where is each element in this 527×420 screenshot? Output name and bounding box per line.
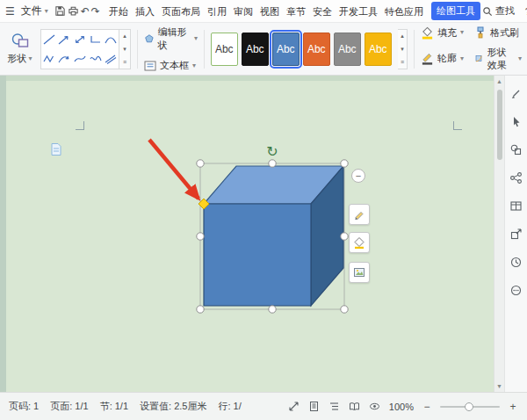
hamburger-menu-icon[interactable]: ☰	[5, 3, 15, 20]
line-style-option[interactable]	[103, 49, 119, 69]
edit-shape-button[interactable]: 编辑形状 ▾	[144, 25, 198, 52]
line-style-option[interactable]	[57, 30, 73, 49]
resize-handle-w[interactable]	[197, 233, 204, 240]
resize-handle-n[interactable]	[269, 160, 276, 167]
save-button[interactable]	[54, 3, 66, 20]
tab-review[interactable]: 审阅	[231, 1, 256, 22]
statusbar: 页码: 1 页面: 1/1 节: 1/1 设置值: 2.5厘米 行: 1/	[0, 392, 527, 420]
resize-handle-e[interactable]	[341, 233, 348, 240]
fill-button[interactable]: 填充 ▾	[421, 26, 464, 40]
find-button[interactable]: 查找	[482, 4, 515, 18]
gallery-scroll-up-icon[interactable]: ▴	[119, 30, 130, 43]
line-style-option[interactable]	[88, 49, 104, 69]
shape-style-gallery: Abc Abc Abc Abc Abc Abc	[211, 33, 392, 66]
resize-handle-ne[interactable]	[341, 160, 348, 167]
outline-button[interactable]: 轮廓 ▾	[421, 46, 464, 72]
zoom-in-button[interactable]: +	[508, 401, 518, 413]
sidebar-export-button[interactable]	[509, 227, 523, 241]
gallery-scroll-down-icon[interactable]: ▾	[398, 42, 407, 55]
undo-button[interactable]: ↶	[81, 3, 90, 20]
shape-style-option-1[interactable]: Abc	[211, 33, 238, 66]
shape-style-option-3-selected[interactable]: Abc	[272, 33, 300, 66]
gallery-more-icon[interactable]: ≡	[119, 55, 130, 69]
sidebar-shapes-button[interactable]	[509, 142, 523, 156]
resize-handle-nw[interactable]	[197, 160, 204, 167]
status-page-count[interactable]: 页面: 1/1	[50, 400, 88, 413]
line-style-option[interactable]	[57, 49, 73, 69]
line-style-option[interactable]	[88, 30, 104, 49]
fill-icon	[421, 26, 434, 40]
tab-home[interactable]: 开始	[106, 1, 131, 22]
tab-special-apps[interactable]: 特色应用	[382, 1, 426, 22]
share-icon	[509, 171, 523, 185]
sidebar-table-button[interactable]	[509, 199, 523, 213]
line-style-option[interactable]	[41, 49, 57, 69]
tab-view[interactable]: 视图	[257, 1, 282, 22]
sidebar-history-button[interactable]	[509, 255, 523, 269]
vertical-scrollbar[interactable]: ▲ ▼	[494, 76, 504, 392]
find-label: 查找	[495, 4, 515, 18]
fullscreen-button[interactable]	[288, 401, 300, 413]
quick-fill-button[interactable]	[349, 232, 370, 253]
zoom-slider-thumb[interactable]	[465, 402, 473, 411]
scrollbar-thumb[interactable]	[497, 90, 502, 160]
zoom-out-button[interactable]: −	[422, 401, 432, 413]
tab-section[interactable]: 章节	[284, 1, 308, 22]
sidebar-select-button[interactable]	[509, 114, 523, 128]
line-style-option[interactable]	[72, 49, 88, 69]
chevron-down-icon: ▾	[460, 55, 464, 62]
help-button[interactable]: ?	[522, 6, 527, 17]
resize-handle-s[interactable]	[269, 306, 276, 313]
quick-picture-button[interactable]	[349, 262, 370, 283]
shapes-button[interactable]: 形状 ▾	[5, 33, 34, 65]
format-painter-icon	[474, 26, 487, 39]
scroll-down-icon[interactable]: ▼	[496, 383, 502, 389]
eye-protection-button[interactable]	[369, 401, 381, 413]
tab-security[interactable]: 安全	[310, 1, 335, 22]
sidebar-more-button[interactable]	[509, 283, 523, 297]
tab-references[interactable]: 引用	[205, 1, 229, 22]
read-mode-button[interactable]	[349, 401, 361, 413]
status-section[interactable]: 节: 1/1	[100, 400, 128, 413]
line-style-option[interactable]	[103, 30, 119, 49]
document-canvas[interactable]: ↻ −	[0, 76, 494, 392]
zoom-percent[interactable]: 100%	[389, 402, 414, 412]
shape-style-option-4[interactable]: Abc	[303, 33, 330, 66]
format-painter-button[interactable]: 格式刷	[474, 26, 522, 40]
tab-developer[interactable]: 开发工具	[336, 1, 380, 22]
rotate-handle-icon[interactable]: ↻	[266, 144, 278, 159]
outline-view-button[interactable]	[328, 401, 341, 413]
tab-insert[interactable]: 插入	[133, 1, 157, 22]
redo-button[interactable]: ↷	[91, 3, 100, 20]
fill-bucket-icon	[353, 236, 365, 249]
line-style-option[interactable]	[41, 30, 57, 49]
sidebar-share-button[interactable]	[509, 170, 523, 185]
shape-effects-button[interactable]: 形状效果 ▾	[474, 46, 522, 72]
gallery-more-icon[interactable]: ≡	[398, 55, 407, 69]
sidebar-edit-button[interactable]	[509, 86, 523, 100]
status-setting-value[interactable]: 设置值: 2.5厘米	[140, 400, 206, 413]
tab-page-layout[interactable]: 页面布局	[159, 1, 203, 22]
cube-shape[interactable]	[204, 166, 343, 306]
shape-style-option-2[interactable]: Abc	[242, 33, 269, 66]
scroll-up-icon[interactable]: ▲	[496, 78, 502, 84]
quick-toolbar-collapse-button[interactable]: −	[351, 169, 365, 183]
red-arrow-line	[149, 140, 199, 199]
shape-style-option-6[interactable]: Abc	[365, 33, 392, 66]
status-line[interactable]: 行: 1/	[218, 400, 241, 413]
status-page-number[interactable]: 页码: 1	[9, 400, 39, 413]
save-icon	[54, 5, 66, 17]
resize-handle-sw[interactable]	[197, 306, 204, 313]
textbox-button[interactable]: 文本框 ▾	[144, 59, 198, 72]
tab-drawing-tools[interactable]: 绘图工具	[431, 2, 480, 20]
page-view-button[interactable]	[308, 401, 321, 413]
zoom-slider[interactable]	[440, 406, 500, 408]
resize-handle-se[interactable]	[341, 306, 348, 313]
print-button[interactable]	[68, 3, 79, 20]
shape-style-option-5[interactable]: Abc	[334, 33, 361, 66]
line-style-option[interactable]	[72, 30, 88, 49]
file-menu[interactable]: 文件 ▾	[17, 4, 53, 18]
gallery-scroll-down-icon[interactable]: ▾	[119, 42, 130, 55]
quick-edit-button[interactable]	[349, 204, 370, 225]
gallery-scroll-up-icon[interactable]: ▴	[398, 30, 407, 43]
